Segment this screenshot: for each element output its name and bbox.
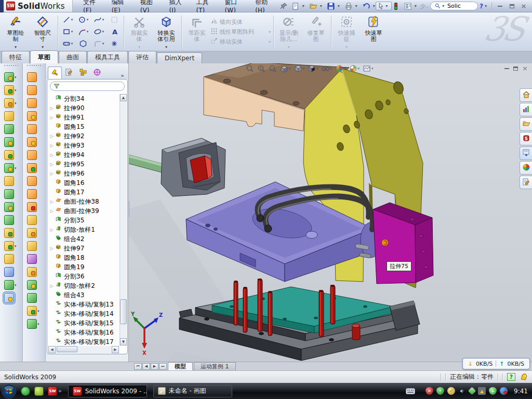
dropdown-arrow-icon[interactable]: ▾ — [302, 4, 307, 8]
cm-button-offset[interactable]: 等距实 体 — [183, 14, 210, 50]
sketch-tool-line[interactable]: ▾ — [60, 14, 75, 26]
sketch-tool-sketch-fillet[interactable]: ▾ — [91, 38, 107, 50]
helix-spiral-icon[interactable] — [27, 319, 37, 329]
doc-nav-button-3[interactable]: ⏭ — [159, 363, 167, 370]
move-copy-body-icon[interactable] — [4, 228, 14, 238]
panel-tab-propertymanager[interactable] — [62, 66, 76, 79]
tree-item[interactable]: 分割36 — [48, 272, 120, 281]
tree-item[interactable]: 组合43 — [48, 290, 120, 300]
expand-arrow-icon[interactable]: ▷ — [49, 143, 54, 148]
tray-security-green-icon[interactable]: ⚡ — [436, 387, 444, 395]
taskbar-window-paint[interactable]: 🖌 未命名 - 画图 — [153, 385, 232, 397]
scroll-right-button[interactable]: ▶ — [112, 346, 119, 353]
scroll-left-button[interactable]: ◀ — [48, 346, 56, 353]
apply-scene-icon[interactable]: ▾ — [349, 64, 360, 73]
slide-block-body[interactable] — [161, 138, 225, 196]
dropdown-arrow-icon[interactable]: ▾ — [345, 45, 348, 50]
rib-icon[interactable] — [4, 137, 14, 147]
tree-item[interactable]: 圆角15 — [48, 122, 120, 131]
restore-button[interactable] — [513, 66, 518, 71]
toolbar-grip[interactable] — [27, 65, 41, 69]
scroll-up-button[interactable]: ▲ — [120, 94, 127, 101]
panel-tabs-overflow[interactable]: » — [117, 72, 127, 79]
sketch-tool-select-box[interactable] — [107, 14, 122, 26]
ribbon-tab-0[interactable]: 特征 — [2, 51, 30, 63]
expand-arrow-icon[interactable]: ▷ — [49, 134, 54, 139]
tray-volume-icon[interactable]: 🔉︎ — [458, 387, 466, 395]
tray-gold-badge-icon[interactable]: ✓ — [447, 387, 455, 395]
dropdown-arrow-icon[interactable]: ▾ — [415, 4, 419, 8]
tray-network-warning-icon[interactable]: ▲ — [478, 387, 486, 395]
dome-surface-icon[interactable] — [27, 280, 37, 290]
undo-icon[interactable] — [361, 2, 371, 11]
help-icon[interactable]: ? — [480, 3, 483, 10]
panel-tab-featuremanager[interactable] — [48, 66, 62, 79]
quicklaunch-solidworks-icon[interactable]: SW — [48, 387, 57, 396]
sketch-tool-spline[interactable]: ▾ — [91, 14, 107, 26]
sketch-tool-rectangle[interactable]: ▾ — [60, 26, 75, 38]
sketch-tool-circle[interactable]: ▾ — [75, 14, 91, 26]
hide-show-items-icon[interactable]: ▾ — [322, 64, 332, 73]
dropdown-arrow-icon[interactable]: ▾ — [269, 39, 272, 44]
dropdown-arrow-icon[interactable]: ▾ — [138, 45, 140, 50]
cm-button-sketch[interactable]: 草图绘 制 ▾ — [2, 14, 29, 50]
dropdown-arrow-icon[interactable]: ▾ — [15, 244, 18, 248]
ribbon-tab-2[interactable]: 曲面 — [59, 51, 87, 63]
extend-surface-icon[interactable] — [27, 176, 37, 186]
dropdown-arrow-icon[interactable]: ▾ — [37, 309, 41, 313]
offset-surface-icon[interactable] — [27, 150, 37, 160]
taskpane-tab-resources-home[interactable] — [520, 88, 532, 102]
cm-button-quicksnap[interactable]: 快速捕 捉 ▾ — [333, 14, 360, 50]
taskpane-tab-file-explorer[interactable] — [520, 117, 532, 131]
quicklaunch-360safe-icon[interactable] — [34, 387, 44, 396]
doc-nav-button-1[interactable]: ◀ — [142, 363, 150, 370]
lofted-surface-icon[interactable] — [27, 85, 37, 95]
tree-item[interactable]: 实体-移动/复制16 — [48, 328, 120, 337]
combine-icon[interactable] — [4, 215, 14, 225]
doc-tab-inactive[interactable]: 运动算例 1 — [194, 362, 236, 370]
reference-plane-icon[interactable] — [4, 254, 14, 264]
ribbon-tab-4[interactable]: 评估 — [128, 51, 156, 63]
ruled-surface-icon[interactable] — [27, 163, 37, 173]
trim-surface-icon[interactable] — [27, 189, 37, 199]
split-2-icon[interactable] — [4, 202, 14, 212]
panel-splitter-handle[interactable]: ◂◂◂ — [129, 200, 129, 218]
curve-icon[interactable] — [27, 306, 37, 316]
untrim-surface-icon[interactable] — [27, 202, 37, 212]
delete-face-icon[interactable] — [27, 254, 37, 264]
view-orientation-icon[interactable]: ▾ — [294, 64, 305, 73]
save-icon[interactable] — [326, 2, 336, 11]
cm-button-repair[interactable]: 修复草 图 — [302, 14, 329, 50]
expand-arrow-icon[interactable]: ▷ — [49, 153, 54, 157]
display-style-icon[interactable]: ▾ — [308, 64, 318, 73]
quick-tips-icon[interactable]: ? — [507, 373, 515, 381]
traffic-light-icon[interactable] — [391, 2, 401, 11]
tree-item[interactable]: 实体-移动/复制17 — [48, 337, 120, 345]
dropdown-arrow-icon[interactable]: ▾ — [165, 45, 167, 50]
cm-row-linear-pattern[interactable]: 线性草图阵列 ▾ — [210, 28, 272, 36]
helix-icon[interactable] — [4, 280, 14, 290]
taskpane-tab-view-palette[interactable] — [520, 147, 532, 160]
dropdown-arrow-icon[interactable]: ▾ — [15, 88, 18, 92]
print-icon[interactable] — [343, 2, 354, 11]
cm-button-rapidsketch[interactable]: 快速草 图 — [360, 14, 387, 50]
edit-appearance-icon[interactable]: ▾ — [335, 64, 346, 73]
tree-item[interactable]: 分割34 — [48, 94, 120, 103]
dropdown-arrow-icon[interactable]: ▾ — [338, 4, 342, 8]
dropdown-arrow-icon[interactable]: ▾ — [15, 166, 18, 170]
cm-button-smartdim[interactable]: 智能尺 寸 ▾ — [29, 14, 56, 50]
tree-item[interactable]: ▷ 拉伸95 — [48, 159, 120, 169]
zoom-fit-icon[interactable] — [246, 64, 254, 73]
panel-tab-dimxpertmanager[interactable] — [90, 66, 104, 79]
ribbon-tab-5[interactable]: DimXpert — [157, 52, 202, 63]
tray-msn-orb-icon[interactable] — [500, 387, 508, 395]
zoom-to-selection-icon[interactable] — [269, 64, 277, 73]
dropdown-arrow-icon[interactable]: ▾ — [15, 45, 17, 50]
doc-nav-button-2[interactable]: ▶ — [151, 363, 158, 370]
tree-item[interactable]: 圆角18 — [48, 253, 120, 262]
scroll-down-button[interactable]: ▼ — [120, 338, 127, 345]
dropdown-arrow-icon[interactable]: ▾ — [320, 4, 324, 8]
instant3d-icon[interactable] — [4, 293, 14, 303]
chamfer-icon[interactable] — [4, 111, 14, 121]
dropdown-arrow-icon[interactable]: ▾ — [288, 45, 290, 50]
